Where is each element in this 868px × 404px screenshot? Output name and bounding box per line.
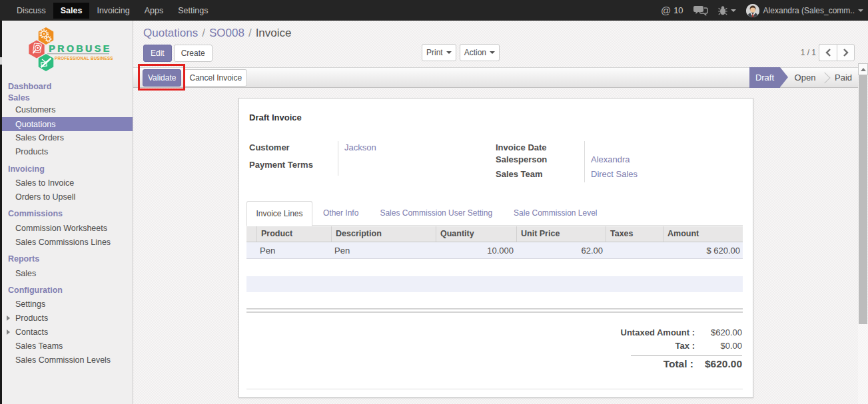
scrollbar-thumb[interactable] bbox=[859, 75, 867, 324]
sidebar-item-products[interactable]: Products bbox=[2, 146, 133, 157]
col-amount: Amount bbox=[663, 226, 743, 242]
customer-label: Customer bbox=[249, 141, 338, 158]
logo-hex-red bbox=[29, 41, 44, 59]
form-title: Draft Invoice bbox=[249, 112, 302, 122]
sidebar-item-customers[interactable]: Customers bbox=[2, 104, 133, 115]
salesperson-label: Salesperson bbox=[496, 153, 584, 168]
status-open[interactable]: Open bbox=[788, 67, 822, 88]
salesperson-value[interactable]: Alexandra bbox=[591, 153, 743, 168]
user-menu[interactable]: Alexandra (Sales_comm.. bbox=[746, 4, 863, 17]
sidebar-resize-handle[interactable] bbox=[0, 57, 2, 65]
sidebar-item-orders-to-upsell[interactable]: Orders to Upsell bbox=[2, 192, 133, 202]
status-paid[interactable]: Paid bbox=[829, 67, 858, 88]
sidebar-item-sales-commissions-lines[interactable]: Sales Commissions Lines bbox=[2, 237, 133, 248]
col-taxes: Taxes bbox=[606, 226, 663, 242]
expand-caret-icon bbox=[7, 315, 10, 321]
chevron-down-icon bbox=[858, 9, 863, 12]
col-product: Product bbox=[256, 226, 331, 242]
sidebar-item-sales-to-invoice[interactable]: Sales to Invoice bbox=[2, 178, 133, 188]
sidebar-item-config-products[interactable]: Products bbox=[2, 313, 133, 323]
sidebar-section-invoicing[interactable]: Invoicing bbox=[2, 164, 133, 174]
tab-invoice-lines[interactable]: Invoice Lines bbox=[246, 201, 312, 226]
mentions-counter[interactable]: @ 10 bbox=[661, 5, 683, 16]
invoice-date-value[interactable] bbox=[591, 141, 743, 153]
status-chevron-icon bbox=[822, 67, 829, 88]
tab-sales-commission-user-setting[interactable]: Sales Commission User Setting bbox=[369, 201, 503, 226]
chat-icon bbox=[693, 5, 708, 16]
handle-column bbox=[246, 226, 256, 242]
sidebar-item-commission-worksheets[interactable]: Commission Worksheets bbox=[2, 223, 133, 234]
sidebar-section-sales[interactable]: Sales bbox=[2, 93, 133, 103]
sidebar-item-sales-commission-levels[interactable]: Sales Commission Levels bbox=[2, 355, 133, 365]
chevron-down-icon bbox=[731, 9, 736, 12]
brand-text: PROBUSE bbox=[49, 43, 111, 54]
cell-amount[interactable]: $ 620.00 bbox=[663, 242, 743, 258]
messages-button[interactable] bbox=[693, 5, 708, 16]
sidebar-item-settings[interactable]: Settings bbox=[2, 299, 133, 309]
sidebar: PROBUSE PROBUSE PROFESSIONAL BUSINESS Da… bbox=[2, 21, 133, 404]
sidebar-item-sales-report[interactable]: Sales bbox=[2, 268, 133, 279]
breadcrumb-quotations[interactable]: Quotations bbox=[143, 27, 198, 39]
print-dropdown[interactable]: Print bbox=[422, 44, 456, 61]
cell-product[interactable]: Pen bbox=[256, 242, 331, 258]
tab-sale-commission-level[interactable]: Sale Commission Level bbox=[503, 201, 608, 226]
pager-previous-button[interactable] bbox=[819, 44, 837, 61]
cancel-invoice-button[interactable]: Cancel Invoice bbox=[184, 69, 247, 87]
menu-settings[interactable]: Settings bbox=[171, 3, 215, 19]
debug-menu[interactable] bbox=[718, 5, 736, 16]
menu-sales[interactable]: Sales bbox=[53, 3, 90, 19]
cell-unit-price[interactable]: 62.00 bbox=[516, 242, 606, 258]
col-unit-price: Unit Price bbox=[516, 226, 606, 242]
field-group-left: Customer Payment Terms Jackson bbox=[249, 141, 489, 176]
validate-button[interactable]: Validate bbox=[143, 69, 181, 87]
status-draft[interactable]: Draft bbox=[749, 67, 780, 88]
sidebar-item-sales-teams[interactable]: Sales Teams bbox=[2, 341, 133, 351]
sidebar-section-reports[interactable]: Reports bbox=[2, 254, 133, 264]
brand-tagline: PROFESSIONAL BUSINESS bbox=[55, 56, 113, 61]
sidebar-section-commissions[interactable]: Commissions bbox=[2, 208, 133, 219]
cell-taxes[interactable] bbox=[606, 242, 663, 258]
customer-value[interactable]: Jackson bbox=[344, 141, 489, 158]
breadcrumb: Quotations/SO008/Invoice bbox=[143, 27, 292, 40]
edit-button[interactable]: Edit bbox=[143, 45, 172, 62]
pager-value: 1 / 1 bbox=[801, 48, 816, 57]
tax-value: $0.00 bbox=[699, 341, 742, 354]
at-icon: @ bbox=[661, 5, 671, 16]
table-header-row: Product Description Quantity Unit Price … bbox=[246, 226, 743, 242]
sidebar-section-configuration[interactable]: Configuration bbox=[2, 285, 133, 296]
cell-description[interactable]: Pen bbox=[331, 242, 436, 258]
user-name: Alexandra (Sales_comm.. bbox=[763, 6, 855, 15]
scrollbar-up-button[interactable] bbox=[858, 63, 868, 75]
sidebar-item-config-contacts[interactable]: Contacts bbox=[2, 327, 133, 337]
menu-discuss[interactable]: Discuss bbox=[9, 3, 53, 19]
separator-line bbox=[246, 308, 743, 309]
chevron-down-icon bbox=[490, 51, 495, 54]
menu-apps[interactable]: Apps bbox=[137, 3, 171, 19]
total-value: $620.00 bbox=[698, 358, 742, 370]
sidebar-item-dashboard[interactable]: Dashboard bbox=[2, 81, 133, 92]
action-dropdown[interactable]: Action bbox=[460, 44, 500, 61]
tab-other-info[interactable]: Other Info bbox=[312, 201, 369, 226]
untaxed-amount-value: $620.00 bbox=[699, 327, 742, 341]
vertical-scrollbar[interactable] bbox=[858, 63, 868, 404]
breadcrumb-so008[interactable]: SO008 bbox=[209, 27, 244, 39]
sidebar-item-quotations[interactable]: Quotations bbox=[2, 117, 133, 131]
menu-invoicing[interactable]: Invoicing bbox=[89, 3, 137, 19]
top-systray: @ 10 bbox=[651, 0, 868, 21]
bug-icon bbox=[718, 5, 727, 16]
cell-quantity[interactable]: 10.000 bbox=[436, 242, 516, 258]
payment-terms-value[interactable] bbox=[344, 158, 489, 176]
top-navbar: Discuss Sales Invoicing Apps Settings @ … bbox=[0, 0, 868, 21]
sales-team-value[interactable]: Direct Sales bbox=[591, 168, 743, 182]
company-logo[interactable]: PROBUSE PROBUSE PROFESSIONAL BUSINESS bbox=[25, 27, 113, 71]
row-handle bbox=[246, 242, 256, 258]
invoice-lines-table: Product Description Quantity Unit Price … bbox=[246, 226, 743, 259]
table-row[interactable]: Pen Pen 10.000 62.00 $ 620.00 bbox=[246, 242, 743, 259]
pager-next-button[interactable] bbox=[837, 44, 855, 61]
sidebar-item-sales-orders[interactable]: Sales Orders bbox=[2, 132, 133, 143]
tax-label: Tax : bbox=[618, 341, 699, 354]
status-widget: Draft Open Paid bbox=[749, 67, 858, 88]
create-button[interactable]: Create bbox=[174, 45, 213, 62]
notebook-tabs: Invoice Lines Other Info Sales Commissio… bbox=[246, 201, 743, 226]
total-label: Total : bbox=[631, 358, 698, 370]
